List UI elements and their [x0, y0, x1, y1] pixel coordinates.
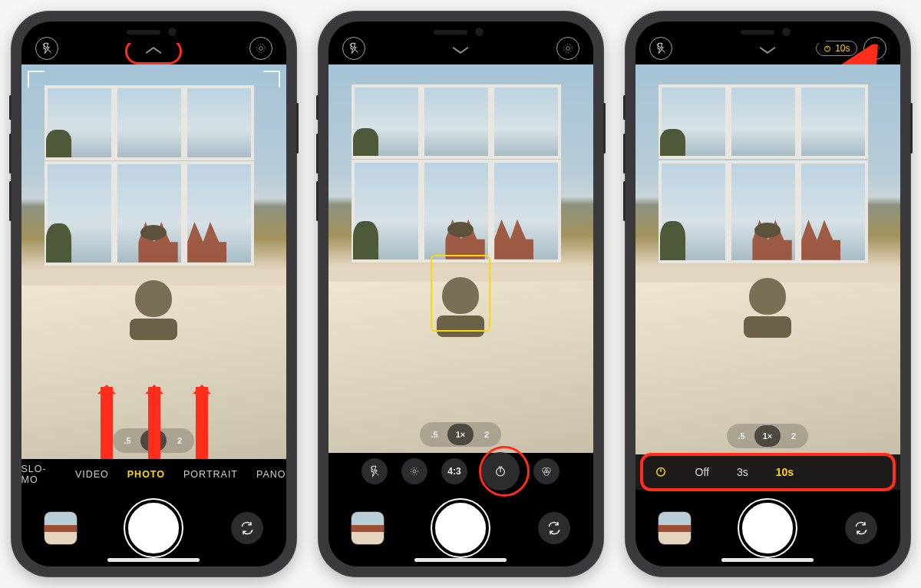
tray-flash-button[interactable] — [361, 458, 388, 484]
timer-icon — [823, 44, 832, 53]
side-button — [296, 103, 299, 154]
live-photo-toggle[interactable] — [556, 37, 579, 60]
zoom-selector[interactable]: .5 1× 2 — [113, 428, 194, 453]
zoom-selector[interactable]: .5 1× 2 — [420, 422, 501, 447]
mode-portrait[interactable]: PORTRAIT — [183, 469, 238, 480]
volume-up-button — [9, 134, 12, 173]
collapse-controls-chevron[interactable] — [758, 45, 777, 58]
focus-indicator — [431, 255, 490, 332]
mute-switch — [623, 95, 626, 120]
zoom-wide[interactable]: 1× — [754, 425, 781, 447]
zoom-tele[interactable]: 2 — [474, 424, 500, 445]
live-photo-icon — [869, 42, 881, 55]
switch-camera-button[interactable] — [231, 512, 263, 544]
shutter-button[interactable] — [742, 503, 793, 553]
live-photo-toggle[interactable] — [863, 37, 886, 60]
last-photo-thumbnail[interactable] — [45, 512, 77, 544]
live-photo-icon — [562, 42, 574, 55]
tray-live-button[interactable] — [401, 458, 427, 484]
flash-off-icon — [41, 42, 53, 55]
tray-filters-button[interactable] — [533, 458, 560, 484]
side-button — [603, 103, 606, 154]
timer-option-3s[interactable]: 3s — [737, 466, 748, 478]
timer-indicator-label: 10s — [835, 43, 850, 54]
zoom-tele[interactable]: 2 — [781, 425, 807, 447]
home-indicator[interactable] — [107, 558, 200, 562]
camera-controls-tray: 4:3 — [328, 453, 593, 490]
svg-point-5 — [563, 45, 572, 53]
svg-point-2 — [256, 45, 265, 53]
tray-timer-button[interactable] — [481, 452, 520, 491]
last-photo-thumbnail[interactable] — [352, 512, 384, 544]
iphone-frame: .5 1× 2 SLO-MO VIDEO PHOTO PORTRAIT PANO — [11, 11, 297, 577]
flash-toggle[interactable] — [342, 37, 365, 60]
zoom-ultrawide[interactable]: .5 — [728, 425, 754, 447]
mute-switch — [316, 95, 319, 120]
annotation-box-timer-options — [640, 453, 896, 491]
shutter-button[interactable] — [128, 503, 179, 553]
switch-camera-button[interactable] — [845, 512, 877, 544]
scene-subject — [129, 269, 178, 335]
flash-off-icon — [368, 465, 381, 477]
zoom-ultrawide[interactable]: .5 — [114, 430, 140, 451]
side-button — [910, 103, 913, 154]
mute-switch — [9, 95, 12, 120]
scene-window — [48, 88, 259, 269]
switch-camera-icon — [239, 520, 255, 536]
home-indicator[interactable] — [721, 558, 814, 562]
flash-off-icon — [655, 42, 667, 55]
mode-pano[interactable]: PANO — [256, 469, 286, 480]
live-photo-toggle[interactable] — [249, 37, 272, 60]
zoom-ultrawide[interactable]: .5 — [421, 424, 447, 445]
live-photo-icon — [408, 465, 421, 477]
switch-camera-icon — [853, 520, 869, 536]
svg-point-15 — [873, 47, 876, 51]
notch — [88, 21, 219, 43]
svg-point-16 — [870, 45, 879, 53]
volume-up-button — [316, 134, 319, 173]
filters-icon — [540, 465, 553, 477]
zoom-wide[interactable]: 1× — [447, 424, 474, 445]
flash-toggle[interactable] — [649, 37, 672, 60]
timer-icon — [654, 464, 668, 481]
flash-toggle[interactable] — [35, 37, 58, 60]
camera-viewfinder[interactable]: .5 1× 2 — [635, 64, 900, 454]
volume-up-button — [623, 134, 626, 173]
chevron-down-icon — [758, 45, 777, 55]
iphone-frame: .5 1× 2 4:3 — [318, 11, 604, 577]
mode-slomo[interactable]: SLO-MO — [21, 464, 57, 485]
zoom-selector[interactable]: .5 1× 2 — [727, 424, 808, 448]
mode-video[interactable]: VIDEO — [75, 469, 109, 480]
expand-controls-chevron[interactable] — [144, 45, 163, 58]
zoom-tele[interactable]: 2 — [167, 430, 193, 451]
camera-mode-strip[interactable]: SLO-MO VIDEO PHOTO PORTRAIT PANO — [21, 459, 286, 490]
camera-viewfinder[interactable]: .5 1× 2 — [21, 64, 286, 459]
chevron-up-icon — [144, 45, 163, 55]
timer-option-10s[interactable]: 10s — [776, 466, 794, 478]
scene-window — [662, 88, 873, 267]
mode-photo[interactable]: PHOTO — [127, 469, 165, 480]
shutter-bar — [328, 490, 593, 567]
timer-indicator-pill[interactable]: 10s — [816, 41, 857, 56]
collapse-controls-chevron[interactable] — [451, 45, 470, 58]
shutter-button[interactable] — [435, 503, 486, 553]
svg-point-1 — [259, 47, 262, 51]
shutter-bar — [21, 490, 286, 567]
svg-point-7 — [413, 470, 416, 473]
volume-down-button — [316, 181, 319, 221]
notch — [702, 21, 833, 43]
chevron-down-icon — [451, 45, 470, 55]
switch-camera-button[interactable] — [538, 512, 570, 544]
timer-options-row: Off 3s 10s — [635, 454, 900, 490]
tray-aspect-button[interactable]: 4:3 — [441, 458, 467, 484]
home-indicator[interactable] — [414, 558, 507, 562]
iphone-frame: 10s — [625, 11, 911, 577]
svg-point-8 — [411, 467, 418, 474]
camera-viewfinder[interactable]: .5 1× 2 — [328, 64, 593, 453]
live-photo-icon — [255, 42, 267, 55]
scene-subject — [743, 267, 792, 333]
zoom-wide[interactable]: 1× — [140, 430, 167, 451]
volume-down-button — [9, 181, 12, 221]
last-photo-thumbnail[interactable] — [659, 512, 691, 544]
timer-option-off[interactable]: Off — [695, 466, 709, 478]
